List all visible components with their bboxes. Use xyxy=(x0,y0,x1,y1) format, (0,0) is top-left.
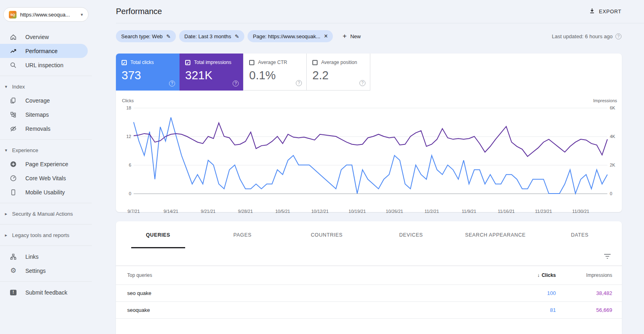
property-url: https://www.seoqua... xyxy=(20,12,77,18)
chart-plot: 18 12 6 0 6K 4K 2K 0 9/7/219/14/219/21/2… xyxy=(134,108,607,194)
sidebar-group-security-manual-actions[interactable]: ▸ Security & Manual Actions xyxy=(0,207,92,221)
column-header-clicks[interactable]: ↓Clicks xyxy=(491,272,556,278)
metric-value: 321K xyxy=(185,69,238,82)
sidebar-item-mobile-usability[interactable]: Mobile Usability xyxy=(0,185,88,199)
filter-list-icon[interactable] xyxy=(604,254,611,261)
download-icon xyxy=(589,8,595,15)
new-filter-button[interactable]: + New xyxy=(343,32,361,40)
divider xyxy=(0,224,92,225)
checkbox-checked-icon[interactable]: ✓ xyxy=(185,60,190,65)
sidebar-item-label: Coverage xyxy=(25,97,50,104)
y-axis-tick-label: 12 xyxy=(118,134,131,139)
sidebar-item-label: Page Experience xyxy=(25,161,68,167)
pencil-icon[interactable]: ✎ xyxy=(235,33,239,39)
x-axis-tick-label: 9/14/21 xyxy=(163,209,178,214)
property-selector[interactable]: SQ https://www.seoqua... ▾ xyxy=(3,7,89,22)
help-icon[interactable]: ? xyxy=(296,80,302,86)
table-row[interactable]: seoquake 81 56,669 xyxy=(116,302,622,319)
table-header-row: Top queries ↓Clicks Impressions xyxy=(116,266,622,285)
sidebar-item-links[interactable]: Links xyxy=(0,249,88,264)
sidebar-item-sitemaps[interactable]: Sitemaps xyxy=(0,107,88,122)
sidebar-item-label: URL inspection xyxy=(25,62,63,68)
home-icon xyxy=(10,33,17,41)
metric-value: 2.2 xyxy=(312,69,365,82)
sidebar-item-label: Sitemaps xyxy=(25,111,49,118)
main-content: Performance EXPORT Search type: Web ✎ Da… xyxy=(92,0,644,334)
checkbox-unchecked-icon[interactable] xyxy=(249,60,254,65)
y-axis-tick-label: 2K xyxy=(610,163,623,167)
checkbox-unchecked-icon[interactable] xyxy=(312,60,318,65)
metric-card-total-clicks[interactable]: ✓ Total clicks 373 ? xyxy=(116,54,180,91)
dimensions-table-panel: QUERIES PAGES COUNTRIES DEVICES SEARCH A… xyxy=(116,221,622,334)
sidebar-item-page-experience[interactable]: Page Experience xyxy=(0,157,88,171)
sidebar-item-label: Core Web Vitals xyxy=(25,175,66,181)
seoquake-favicon: SQ xyxy=(9,11,17,19)
plus-icon: + xyxy=(343,32,347,40)
query-cell[interactable]: seoquake xyxy=(127,307,491,313)
sidebar-item-coverage[interactable]: Coverage xyxy=(0,93,88,107)
sidebar-item-performance[interactable]: Performance xyxy=(0,44,88,58)
help-icon[interactable]: ? xyxy=(233,80,239,87)
plus-circle-icon xyxy=(10,161,17,168)
checkbox-checked-icon[interactable]: ✓ xyxy=(122,60,127,65)
search-icon xyxy=(10,62,17,69)
tab-queries[interactable]: QUERIES xyxy=(116,221,200,248)
tab-countries[interactable]: COUNTRIES xyxy=(285,221,369,248)
sidebar-item-overview[interactable]: Overview xyxy=(0,30,88,44)
close-icon[interactable]: × xyxy=(324,33,328,39)
sidebar-group-label: Legacy tools and reports xyxy=(12,232,69,238)
table-row[interactable]: seo quake 100 38,482 xyxy=(116,285,622,302)
gauge-icon xyxy=(10,175,17,182)
sidebar-item-submit-feedback[interactable]: ! Submit feedback xyxy=(0,285,88,299)
triangle-down-icon: ▾ xyxy=(4,148,8,153)
page-header: Performance EXPORT xyxy=(116,0,644,23)
chart-lines xyxy=(134,108,607,194)
filter-chip-date[interactable]: Date: Last 3 months ✎ xyxy=(179,30,244,42)
y-axis-tick-label: 18 xyxy=(118,105,131,110)
metric-card-average-ctr[interactable]: Average CTR 0.1% ? xyxy=(243,54,307,91)
column-header-top-queries[interactable]: Top queries xyxy=(127,272,491,278)
sidebar-item-removals[interactable]: Removals xyxy=(0,122,88,136)
tab-devices[interactable]: DEVICES xyxy=(369,221,454,248)
help-icon[interactable]: ? xyxy=(359,80,365,86)
sidebar-group-legacy-tools[interactable]: ▸ Legacy tools and reports xyxy=(0,228,92,242)
help-icon[interactable]: ? xyxy=(169,80,175,87)
filter-chip-search-type[interactable]: Search type: Web ✎ xyxy=(116,30,176,42)
performance-chart-panel: ✓ Total clicks 373 ? ✓ Total impressions… xyxy=(116,54,622,212)
x-axis-tick-label: 10/12/21 xyxy=(311,209,328,214)
query-cell[interactable]: seo quake xyxy=(127,290,491,296)
x-axis-tick-label: 11/23/21 xyxy=(535,209,552,214)
tab-search-appearance[interactable]: SEARCH APPEARANCE xyxy=(453,221,538,248)
x-axis-tick-label: 11/9/21 xyxy=(462,209,476,214)
divider xyxy=(0,245,92,246)
x-axis-tick-label: 10/19/21 xyxy=(349,209,366,214)
phone-icon xyxy=(10,189,17,196)
sidebar-item-url-inspection[interactable]: URL inspection xyxy=(0,58,88,72)
filter-chip-page[interactable]: Page: https://www.seoquak... × xyxy=(248,30,333,42)
help-icon[interactable]: ? xyxy=(615,33,621,39)
tab-dates[interactable]: DATES xyxy=(538,221,622,248)
column-header-impressions[interactable]: Impressions xyxy=(556,272,612,278)
sidebar-group-index[interactable]: ▾ Index xyxy=(0,80,92,93)
sidebar-item-settings[interactable]: ⚙ Settings xyxy=(0,264,88,278)
x-axis-tick-label: 10/26/21 xyxy=(386,209,403,214)
export-button[interactable]: EXPORT xyxy=(589,8,621,15)
metric-card-average-position[interactable]: Average position 2.2 ? xyxy=(307,54,370,91)
tab-pages[interactable]: PAGES xyxy=(200,221,285,248)
metric-cards: ✓ Total clicks 373 ? ✓ Total impressions… xyxy=(116,54,622,91)
sidebar-item-label: Removals xyxy=(25,126,50,132)
sidebar-group-experience[interactable]: ▾ Experience xyxy=(0,143,92,157)
chevron-down-icon: ▾ xyxy=(80,12,83,17)
clicks-cell: 81 xyxy=(491,307,556,313)
pencil-icon[interactable]: ✎ xyxy=(166,33,171,39)
gear-icon: ⚙ xyxy=(10,267,17,274)
feedback-icon: ! xyxy=(10,289,17,296)
time-series-chart: Clicks Impressions 18 12 6 0 6K 4K 2K 0 … xyxy=(116,96,622,208)
metric-card-total-impressions[interactable]: ✓ Total impressions 321K ? xyxy=(180,54,243,91)
page-title: Performance xyxy=(116,7,162,16)
x-axis-tick-label: 11/16/21 xyxy=(498,209,515,214)
sidebar-item-core-web-vitals[interactable]: Core Web Vitals xyxy=(0,171,88,185)
last-updated: Last updated: 6 hours ago ? xyxy=(552,33,621,39)
sort-desc-icon: ↓ xyxy=(537,272,540,278)
sidebar-item-label: Performance xyxy=(25,48,58,54)
